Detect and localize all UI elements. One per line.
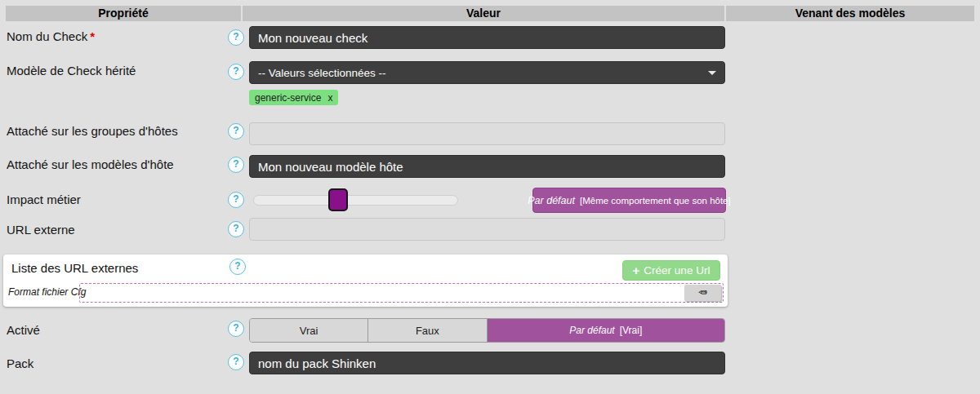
tag-remove-icon[interactable]: x [327, 92, 332, 104]
check-template-multiselect[interactable]: -- Valeurs sélectionnées -- [249, 61, 725, 84]
help-icon[interactable]: ? [228, 64, 244, 80]
url-list-title: Liste des URL externes [11, 261, 138, 275]
enabled-label: Activé [7, 323, 40, 337]
external-url-input[interactable] [249, 218, 725, 241]
enabled-option-true[interactable]: Vrai [250, 319, 368, 342]
hostgroups-label: Attaché sur les groupes d'hôtes [7, 124, 178, 138]
help-icon[interactable]: ? [228, 123, 244, 139]
column-header-valeur: Valeur [243, 6, 724, 21]
external-url-label: URL externe [7, 223, 75, 237]
edit-button[interactable]: ✏ [684, 285, 721, 301]
hostgroups-input[interactable] [249, 122, 725, 145]
required-asterisk: * [90, 29, 95, 43]
business-impact-slider-handle[interactable] [328, 188, 348, 211]
check-config-form: Propriété Valeur Venant des modèles Nom … [0, 0, 980, 394]
badge-prefix: Par défaut [528, 195, 575, 206]
check-template-label: Modèle de Check hérité [7, 64, 136, 77]
plus-icon: + [633, 263, 640, 277]
help-icon[interactable]: ? [229, 259, 246, 275]
pencil-icon: ✏ [698, 285, 707, 301]
create-url-button[interactable]: + Créer une Url [622, 260, 720, 281]
help-icon[interactable]: ? [228, 221, 244, 237]
help-icon[interactable]: ? [228, 321, 244, 337]
column-header-propriete: Propriété [6, 6, 241, 21]
cfg-format-editable-area[interactable]: ✏ [79, 283, 724, 303]
column-header-venant-des-modeles: Venant des modèles [726, 6, 974, 21]
create-url-button-label: Créer une Url [644, 264, 710, 277]
enabled-button-group: Vrai Faux Par défaut [Vrai] [249, 318, 725, 343]
help-icon[interactable]: ? [228, 29, 244, 46]
url-list-panel: Liste des URL externes ? + Créer une Url… [3, 255, 728, 307]
chevron-down-icon [708, 71, 716, 75]
host-templates-input[interactable] [249, 155, 725, 178]
selected-template-tag[interactable]: generic-service x [249, 90, 338, 105]
enabled-option-false[interactable]: Faux [368, 319, 487, 342]
pack-input[interactable] [249, 352, 725, 374]
enabled-option-default[interactable]: Par défaut [Vrai] [488, 319, 725, 342]
check-name-label: Nom du Check* [7, 29, 95, 43]
enabled-default-prefix: Par défaut [569, 325, 614, 336]
check-name-input[interactable] [249, 26, 725, 49]
check-name-label-text: Nom du Check [7, 29, 87, 43]
enabled-default-detail: [Vrai] [620, 325, 643, 336]
help-icon[interactable]: ? [228, 354, 244, 370]
business-impact-label: Impact métier [7, 193, 81, 206]
help-icon[interactable]: ? [228, 192, 244, 208]
business-impact-slider-track[interactable] [253, 195, 458, 206]
badge-detail: [Même comportement que son hôte] [580, 196, 731, 206]
cfg-format-label: Format fichier Cfg [8, 286, 86, 298]
multiselect-placeholder: -- Valeurs sélectionnées -- [258, 67, 386, 79]
pack-label: Pack [7, 356, 33, 370]
business-impact-default-badge[interactable]: Par défaut [Même comportement que son hô… [532, 188, 726, 213]
help-icon[interactable]: ? [228, 157, 244, 173]
tag-label: generic-service [255, 92, 321, 104]
host-templates-label: Attaché sur les modèles d'hôte [7, 157, 174, 171]
